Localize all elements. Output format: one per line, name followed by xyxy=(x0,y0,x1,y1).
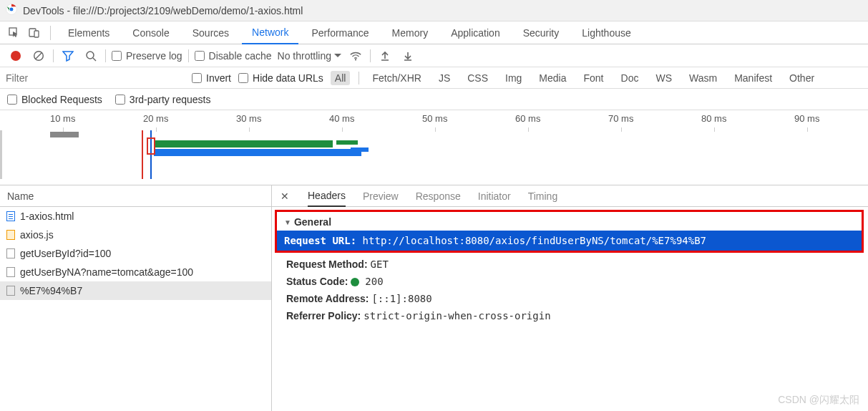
separator xyxy=(53,49,54,62)
separator xyxy=(370,49,371,62)
third-party-label: 3rd-party requests xyxy=(130,94,211,105)
separator xyxy=(359,72,359,84)
tab-preview[interactable]: Preview xyxy=(363,185,399,207)
request-name: getUserByNA?name=tomcat&age=100 xyxy=(20,266,193,278)
request-name: %E7%94%B7 xyxy=(20,285,82,296)
filter-css[interactable]: CSS xyxy=(463,71,492,85)
remote-address-row: Remote Address:[::1]:8080 xyxy=(272,290,868,307)
request-list: Name 1-axios.html axios.js getUserById?i… xyxy=(0,185,272,411)
upload-icon[interactable] xyxy=(376,47,394,64)
filter-fetch-xhr[interactable]: Fetch/XHR xyxy=(368,71,425,85)
hide-data-urls-checkbox[interactable]: Hide data URLs xyxy=(238,72,323,84)
tab-lighthouse[interactable]: Lighthouse xyxy=(572,21,641,44)
tick-80: 80 ms xyxy=(701,113,726,124)
clear-icon[interactable] xyxy=(30,47,47,64)
filter-font[interactable]: Font xyxy=(580,71,608,85)
filter-img[interactable]: Img xyxy=(501,71,526,85)
tab-network[interactable]: Network xyxy=(242,21,298,44)
close-icon[interactable]: ✕ xyxy=(279,190,291,202)
filter-manifest[interactable]: Manifest xyxy=(730,71,776,85)
tab-memory[interactable]: Memory xyxy=(382,21,439,44)
tick-10: 10 ms xyxy=(50,113,75,124)
throttling-select[interactable]: No throttling xyxy=(278,50,341,62)
status-value: 200 xyxy=(365,276,383,287)
highlight-box: ▼General Request URL: http://localhost:8… xyxy=(275,210,864,253)
filter-media[interactable]: Media xyxy=(535,71,570,85)
separator xyxy=(50,26,51,40)
type-filters: All Fetch/XHR JS CSS Img Media Font Doc … xyxy=(331,71,819,85)
tab-elements[interactable]: Elements xyxy=(58,21,120,44)
tab-performance[interactable]: Performance xyxy=(301,21,379,44)
tick-30: 30 ms xyxy=(236,113,261,124)
svg-rect-5 xyxy=(34,31,39,37)
request-row[interactable]: getUserByNA?name=tomcat&age=100 xyxy=(0,263,271,281)
tick-90: 90 ms xyxy=(794,113,819,124)
request-name: axios.js xyxy=(20,229,54,241)
tab-response[interactable]: Response xyxy=(416,185,461,207)
filter-ws[interactable]: WS xyxy=(651,71,676,85)
general-label: General xyxy=(294,216,331,228)
js-file-icon xyxy=(6,230,16,240)
request-url-label: Request URL: xyxy=(284,235,356,246)
referrer-policy-row: Referrer Policy:strict-origin-when-cross… xyxy=(272,307,868,324)
general-section-title[interactable]: ▼General xyxy=(284,216,854,228)
record-icon[interactable] xyxy=(7,47,24,64)
device-toggle-icon[interactable] xyxy=(26,24,43,42)
status-label: Status Code: xyxy=(286,276,348,287)
triangle-down-icon: ▼ xyxy=(284,218,291,226)
tick-20: 20 ms xyxy=(143,113,168,124)
request-row[interactable]: 1-axios.html xyxy=(0,207,271,226)
disable-cache-checkbox[interactable]: Disable cache xyxy=(195,50,272,62)
tab-sources[interactable]: Sources xyxy=(182,21,239,44)
split-panel: Name 1-axios.html axios.js getUserById?i… xyxy=(0,185,868,411)
filter-wasm[interactable]: Wasm xyxy=(685,71,721,85)
filter-input[interactable] xyxy=(6,72,185,84)
search-icon[interactable] xyxy=(82,47,99,64)
svg-point-2 xyxy=(9,7,14,11)
invert-checkbox[interactable]: Invert xyxy=(192,72,231,84)
request-row[interactable]: %E7%94%B7 xyxy=(0,281,271,300)
request-row[interactable]: getUserById?id=100 xyxy=(0,244,271,263)
tab-initiator[interactable]: Initiator xyxy=(478,185,511,207)
status-dot-icon xyxy=(351,278,359,286)
filter-all[interactable]: All xyxy=(331,71,351,85)
request-url-row: Request URL: http://localhost:8080/axios… xyxy=(277,231,862,251)
tab-headers[interactable]: Headers xyxy=(308,185,346,207)
blocked-label: Blocked Requests xyxy=(21,94,102,105)
tab-security[interactable]: Security xyxy=(513,21,570,44)
timeline-overview[interactable]: 10 ms 20 ms 30 ms 40 ms 50 ms 60 ms 70 m… xyxy=(0,110,868,185)
tab-timing[interactable]: Timing xyxy=(528,185,558,207)
filter-row: Invert Hide data URLs All Fetch/XHR JS C… xyxy=(0,67,868,89)
request-row[interactable]: axios.js xyxy=(0,226,271,244)
request-list-header[interactable]: Name xyxy=(0,185,271,207)
referrer-value: strict-origin-when-cross-origin xyxy=(364,310,550,321)
inspect-icon[interactable] xyxy=(6,24,23,42)
preserve-log-checkbox[interactable]: Preserve log xyxy=(112,50,182,62)
chrome-icon xyxy=(6,4,23,17)
network-toolbar: Preserve log Disable cache No throttling xyxy=(0,44,868,67)
disable-cache-label: Disable cache xyxy=(209,50,272,62)
filter-other[interactable]: Other xyxy=(785,71,819,85)
file-icon xyxy=(6,267,16,277)
blocked-requests-checkbox[interactable]: Blocked Requests xyxy=(7,94,102,105)
filter-doc[interactable]: Doc xyxy=(617,71,643,85)
separator xyxy=(105,49,106,62)
detail-body: ▼General Request URL: http://localhost:8… xyxy=(272,207,868,324)
preserve-log-label: Preserve log xyxy=(126,50,182,62)
download-icon[interactable] xyxy=(399,47,416,64)
titlebar: DevTools - file:///D:/project3/2109/webD… xyxy=(0,0,868,21)
wifi-icon[interactable] xyxy=(347,47,364,64)
invert-label: Invert xyxy=(206,72,231,84)
file-icon xyxy=(6,211,16,221)
filter-js[interactable]: JS xyxy=(434,71,454,85)
main-tabs: Elements Console Sources Network Perform… xyxy=(0,21,868,44)
tab-console[interactable]: Console xyxy=(122,21,179,44)
window-title: DevTools - file:///D:/project3/2109/webD… xyxy=(23,5,303,16)
third-party-checkbox[interactable]: 3rd-party requests xyxy=(115,94,211,105)
tick-50: 50 ms xyxy=(422,113,447,124)
throttling-value: No throttling xyxy=(278,50,331,62)
filter-icon[interactable] xyxy=(59,47,77,64)
tab-application[interactable]: Application xyxy=(441,21,510,44)
method-label: Request Method: xyxy=(286,258,368,270)
separator xyxy=(188,49,189,62)
